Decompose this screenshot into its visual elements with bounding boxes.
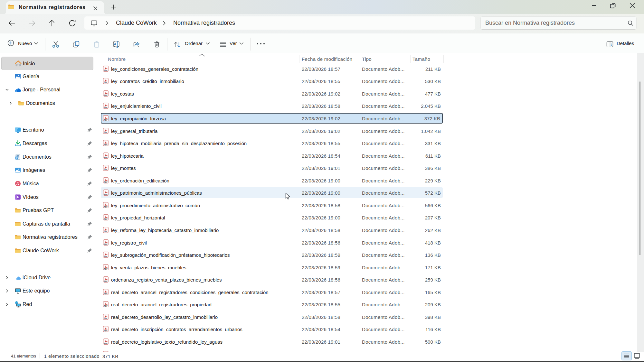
svg-text:PDF: PDF	[104, 193, 108, 195]
svg-text:PDF: PDF	[104, 107, 108, 108]
svg-text:PDF: PDF	[104, 243, 108, 245]
svg-text:PDF: PDF	[104, 292, 108, 294]
svg-text:PDF: PDF	[104, 218, 108, 220]
svg-text:PDF: PDF	[104, 280, 108, 282]
svg-text:PDF: PDF	[104, 119, 108, 121]
svg-text:PDF: PDF	[104, 144, 108, 146]
svg-text:PDF: PDF	[104, 181, 108, 183]
svg-text:PDF: PDF	[104, 156, 108, 158]
svg-text:PDF: PDF	[104, 317, 108, 319]
svg-text:PDF: PDF	[104, 231, 108, 233]
svg-text:PDF: PDF	[104, 330, 108, 332]
svg-text:PDF: PDF	[104, 255, 108, 257]
svg-text:PDF: PDF	[104, 94, 108, 96]
svg-text:PDF: PDF	[104, 268, 108, 270]
svg-text:PDF: PDF	[104, 169, 108, 171]
svg-text:PDF: PDF	[104, 82, 108, 84]
svg-text:PDF: PDF	[104, 69, 108, 71]
svg-text:PDF: PDF	[104, 342, 108, 344]
svg-text:PDF: PDF	[104, 131, 108, 133]
svg-text:PDF: PDF	[104, 305, 108, 307]
svg-text:PDF: PDF	[104, 206, 108, 208]
